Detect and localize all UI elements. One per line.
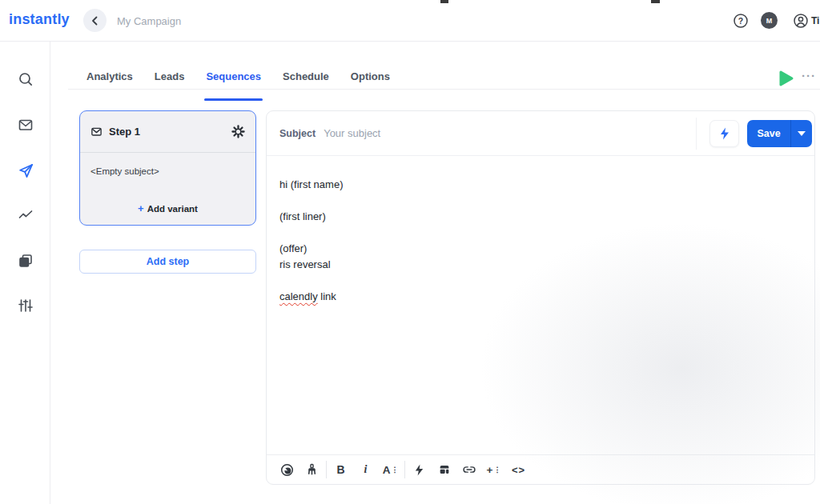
tab-analytics[interactable]: Analytics (86, 70, 133, 90)
add-variant-label: Add variant (147, 204, 198, 214)
clear-formatting-button[interactable] (299, 459, 324, 480)
body-line: (offer) (279, 241, 802, 257)
step-variant-subject[interactable]: <Empty subject> (80, 153, 255, 176)
step-settings-button[interactable] (231, 125, 245, 138)
body-line-empty (279, 225, 802, 241)
bold-button[interactable]: B (328, 459, 353, 480)
search-icon (18, 71, 34, 87)
instantly-app: instantly My Campaign ? M Ti (0, 0, 820, 504)
code-view-button[interactable]: <> (506, 459, 531, 480)
templates-button[interactable] (432, 459, 456, 480)
mail-icon (90, 126, 102, 138)
toolbar-divider (326, 461, 327, 478)
plus-icon: + (138, 202, 144, 214)
trend-line-icon (18, 207, 34, 223)
help-icon[interactable]: ? (733, 13, 749, 29)
body-line: (first liner) (279, 209, 802, 225)
step-card[interactable]: Step 1 <Empty subject> +Add variant (79, 110, 256, 226)
topbar: instantly My Campaign ? M Ti (0, 0, 820, 42)
email-body-editor[interactable]: hi (first name) (first liner) (offer) ri… (279, 177, 802, 305)
tab-schedule[interactable]: Schedule (283, 70, 329, 90)
link-icon (462, 462, 476, 477)
history-button[interactable] (275, 459, 299, 480)
gear-icon (231, 125, 245, 138)
editor-toolbar: B i A⋮ (267, 454, 814, 484)
launch-campaign-button[interactable] (776, 69, 795, 88)
body-line: calendly link (279, 289, 802, 305)
ai-assist-button[interactable] (407, 459, 432, 480)
play-icon (776, 69, 795, 88)
insert-link-button[interactable] (456, 459, 481, 480)
body-line: hi (first name) (279, 177, 802, 193)
add-step-button[interactable]: Add step (79, 250, 256, 274)
campaign-tabs: Analytics Leads Sequences Schedule Optio… (86, 70, 390, 90)
brush-icon (305, 463, 319, 477)
menu-dots-icon: ⋮ (391, 466, 398, 474)
body-line: ris reversal (279, 257, 802, 273)
body-line-empty (279, 273, 802, 289)
save-options-button[interactable] (791, 120, 812, 147)
subject-label: Subject (279, 128, 316, 139)
account-name: Ti (811, 15, 819, 26)
add-variant-button[interactable]: +Add variant (80, 202, 255, 214)
font-menu-button[interactable]: A⋮ (378, 459, 403, 480)
font-icon: A (383, 464, 391, 476)
menu-dots-icon: ⋮ (493, 466, 500, 474)
tab-leads[interactable]: Leads (155, 70, 185, 90)
copy-icon (18, 253, 34, 269)
chevron-down-icon (798, 131, 806, 136)
subject-input[interactable] (324, 127, 628, 139)
campaign-name: My Campaign (117, 15, 181, 27)
toolbar-divider (404, 461, 405, 478)
instantly-logo: instantly (9, 11, 70, 28)
tab-sequences[interactable]: Sequences (206, 70, 261, 90)
sidebar-item-search[interactable] (13, 66, 38, 92)
sidebar-item-email[interactable] (13, 112, 38, 138)
controls-divider (696, 118, 697, 150)
tabs-divider (68, 89, 820, 90)
history-icon (280, 463, 294, 477)
sidebar-divider (50, 42, 50, 504)
tab-options[interactable]: Options (351, 70, 390, 90)
sliders-icon (18, 298, 34, 314)
plus-icon: + (487, 464, 493, 476)
insert-variable-button[interactable]: +⋮ (481, 459, 506, 480)
body-line-rest: link (318, 290, 336, 302)
step-title: Step 1 (109, 126, 140, 138)
lightning-bolt-icon (719, 127, 730, 140)
misspelled-word: calendly (279, 290, 318, 302)
save-split-button: Save (747, 120, 812, 147)
chevron-left-icon (89, 14, 102, 27)
sidebar-item-settings[interactable] (13, 293, 38, 318)
email-editor-panel: Subject Save hi (first name) (first line… (266, 110, 815, 485)
avatar[interactable]: M (761, 12, 778, 29)
mail-icon (18, 117, 34, 133)
more-options-icon[interactable]: ··· (802, 69, 816, 82)
save-button[interactable]: Save (747, 120, 790, 147)
lightning-bolt-icon (414, 464, 424, 476)
ai-tools-button[interactable] (709, 120, 739, 147)
account-icon[interactable] (793, 13, 809, 29)
back-button[interactable] (83, 9, 107, 32)
sidebar-item-templates[interactable] (13, 248, 38, 274)
sidebar-item-campaigns[interactable] (13, 158, 38, 183)
send-icon (18, 162, 34, 179)
screen-artifact (651, 0, 660, 3)
screen-artifact (440, 0, 448, 3)
layout-icon (438, 463, 451, 476)
svg-text:?: ? (738, 16, 743, 26)
italic-button[interactable]: i (353, 459, 378, 480)
sidebar-item-analytics[interactable] (13, 202, 38, 228)
step-header: Step 1 (80, 111, 255, 153)
body-line-empty (279, 193, 802, 209)
